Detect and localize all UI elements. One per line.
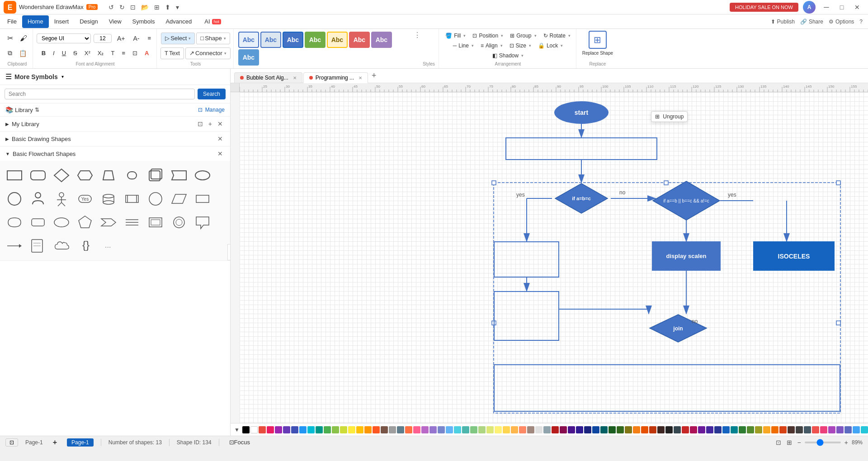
color-swatch[interactable] <box>649 426 656 433</box>
my-library-add-btn[interactable]: ⊡ <box>196 119 205 128</box>
color-swatch[interactable] <box>381 426 388 433</box>
color-swatch[interactable] <box>731 426 738 433</box>
color-swatch[interactable] <box>275 426 282 433</box>
superscript-button[interactable]: X² <box>82 47 93 59</box>
tab-programming[interactable]: Programming ... ✕ <box>303 72 368 83</box>
text-button[interactable]: T Text <box>160 47 184 59</box>
my-library-header[interactable]: ▶ My Library ⊡ + ✕ <box>0 117 230 131</box>
style-btn-6[interactable]: Abc <box>349 32 370 48</box>
shape-button[interactable]: □ Shape ▾ <box>196 33 230 44</box>
color-swatch[interactable] <box>722 426 730 433</box>
italic-button[interactable]: I <box>50 47 57 59</box>
color-swatch[interactable] <box>486 426 494 433</box>
color-swatch[interactable] <box>674 426 681 433</box>
color-swatch[interactable] <box>706 426 713 433</box>
color-swatch[interactable] <box>763 426 770 433</box>
color-swatch[interactable] <box>511 426 518 433</box>
color-swatch[interactable] <box>576 426 583 433</box>
color-swatch[interactable] <box>796 426 803 433</box>
focus-button[interactable]: ⊡ Focus <box>226 437 253 448</box>
color-swatch[interactable] <box>519 426 526 433</box>
color-swatch[interactable] <box>413 426 420 433</box>
shape-brace[interactable]: {} <box>74 235 96 257</box>
color-swatch[interactable] <box>617 426 624 433</box>
color-swatch[interactable] <box>291 426 298 433</box>
decision-diamond-2[interactable]: if a==b || b==c && a!=c <box>652 180 721 221</box>
shape-trapezoid[interactable] <box>98 165 119 186</box>
style-btn-1[interactable]: Abc <box>238 32 259 48</box>
color-swatch[interactable] <box>771 426 778 433</box>
color-swatch[interactable] <box>739 426 746 433</box>
color-swatch[interactable] <box>698 426 705 433</box>
text-align-button[interactable]: ≡ <box>145 33 154 44</box>
color-swatch[interactable] <box>836 426 844 433</box>
maximize-button[interactable]: □ <box>835 2 849 13</box>
zoom-fullscreen-button[interactable]: ⊞ <box>785 438 794 447</box>
color-swatch[interactable] <box>812 426 819 433</box>
font-family-select[interactable]: Segoe UI <box>37 33 91 43</box>
flowchart-shapes-header[interactable]: ▼ Basic Flowchart Shapes ✕ <box>0 146 230 161</box>
shape-note[interactable]: ━━━━━━━━ <box>27 235 49 257</box>
publish-button[interactable]: ⬆ Publish <box>771 19 795 25</box>
list-button[interactable]: ≡ <box>119 47 128 59</box>
color-swatch[interactable] <box>690 426 697 433</box>
color-swatch[interactable] <box>592 426 599 433</box>
style-btn-4[interactable]: Abc <box>305 32 326 48</box>
color-swatch[interactable] <box>307 426 315 433</box>
shape-notched-rect[interactable] <box>168 165 190 186</box>
holiday-button[interactable]: HOLIDAY SALE ON NOW <box>730 3 798 12</box>
strikethrough-button[interactable]: S <box>71 47 80 59</box>
zoom-fit-button[interactable]: ⊡ <box>774 438 783 447</box>
color-swatch[interactable] <box>568 426 575 433</box>
line-button[interactable]: ─ Line ▾ <box>450 41 476 50</box>
shape-arrow[interactable] <box>4 235 25 257</box>
menu-home[interactable]: Home <box>22 15 49 28</box>
color-swatch[interactable] <box>560 426 567 433</box>
shape-ring[interactable] <box>168 212 190 233</box>
shape-rounded2[interactable] <box>27 212 49 233</box>
shape-rounded-rect[interactable] <box>27 165 49 186</box>
shape-circle[interactable] <box>4 188 25 210</box>
add-page-button[interactable]: + <box>50 437 60 448</box>
window-button[interactable]: ⊞ <box>152 3 161 12</box>
menu-design[interactable]: Design <box>74 15 103 28</box>
open-button[interactable]: 📂 <box>139 3 151 12</box>
shape-stadium[interactable] <box>121 165 143 186</box>
color-swatch[interactable] <box>747 426 754 433</box>
tab-programming-close[interactable]: ✕ <box>359 75 362 80</box>
color-swatch[interactable] <box>397 426 404 433</box>
color-swatch[interactable] <box>316 426 323 433</box>
rotate-button[interactable]: ↻ Rotate ▾ <box>541 31 573 40</box>
color-swatch[interactable] <box>389 426 396 433</box>
menu-file[interactable]: File <box>2 15 22 28</box>
display-scalen-shape[interactable]: display scalen <box>652 241 721 271</box>
color-swatch[interactable] <box>462 426 469 433</box>
minimize-button[interactable]: ─ <box>819 2 834 13</box>
select-button[interactable]: ▷ Select ▾ <box>161 33 195 44</box>
avatar[interactable]: A <box>803 1 816 14</box>
color-swatch[interactable] <box>283 426 290 433</box>
color-swatch[interactable] <box>779 426 787 433</box>
options-button[interactable]: ⚙ Options <box>829 19 854 25</box>
export-button[interactable]: ⬆ <box>163 3 172 12</box>
color-swatch[interactable] <box>470 426 477 433</box>
shape-ellipse[interactable] <box>145 188 166 210</box>
color-swatch[interactable] <box>584 426 591 433</box>
size-button[interactable]: ⊡ Size ▾ <box>507 41 534 50</box>
color-swatch[interactable] <box>373 426 380 433</box>
color-swatch[interactable] <box>332 426 339 433</box>
font-color-button[interactable]: A <box>142 47 151 59</box>
menu-symbols[interactable]: Symbols <box>127 15 160 28</box>
color-swatch[interactable] <box>535 426 542 433</box>
shape-yes-no[interactable]: Yes <box>74 188 96 210</box>
font-size-decrease[interactable]: A- <box>131 33 142 44</box>
color-swatch[interactable] <box>356 426 363 433</box>
align-button[interactable]: ≡ Align ▾ <box>478 41 505 50</box>
font-size-increase[interactable]: A+ <box>114 33 128 44</box>
shape-callout[interactable] <box>192 212 213 233</box>
shape-rect2[interactable] <box>192 188 213 210</box>
canvas[interactable]: start if a=b=c <box>240 92 868 423</box>
page-view-button[interactable]: ⊡ <box>5 438 18 447</box>
color-swatch[interactable] <box>609 426 616 433</box>
color-swatch[interactable] <box>478 426 486 433</box>
